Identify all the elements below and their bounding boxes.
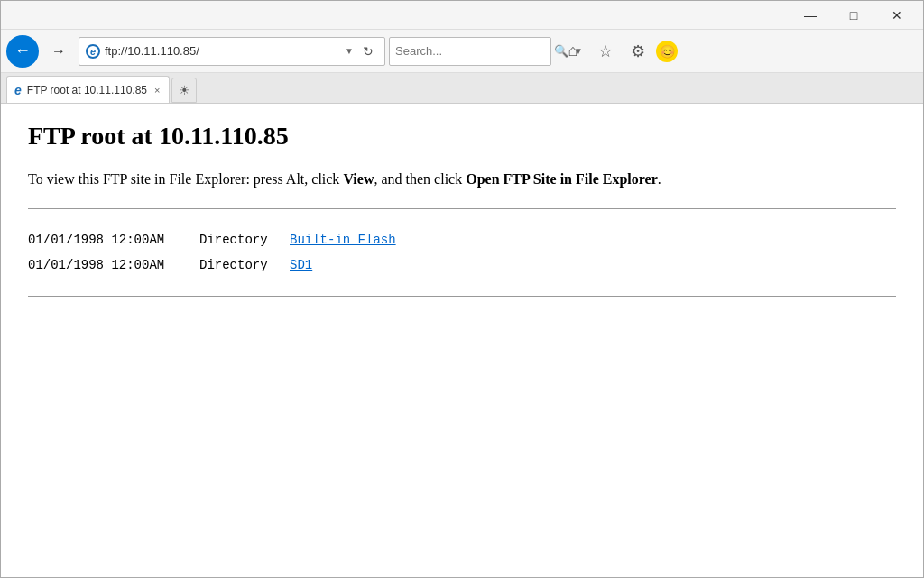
close-button[interactable]: ✕ [876,2,918,29]
forward-button[interactable]: → [42,35,75,68]
ftp-type-1: Directory [199,227,290,252]
back-button[interactable]: ← [6,35,39,68]
address-dropdown-icon[interactable]: ▼ [345,46,354,56]
new-tab-icon: ☀ [179,83,190,97]
smiley-icon: 😊 [656,41,678,62]
gear-icon: ⚙ [631,41,645,61]
search-bar[interactable]: 🔍 ▼ [389,37,551,66]
settings-button[interactable]: ⚙ [624,37,652,66]
ftp-link-sd1[interactable]: SD1 [290,252,312,278]
active-tab[interactable]: e FTP root at 10.11.110.85 × [6,76,170,103]
ftp-type-2: Directory [199,252,290,278]
ie-logo-icon: e [85,43,101,60]
description-text-1: To view this FTP site in File Explorer: … [28,171,343,187]
tab-close-button[interactable]: × [152,83,162,97]
address-text: ftp://10.11.110.85/ [105,44,341,58]
description-bold-view: View [343,171,374,187]
title-bar: — □ ✕ [1,1,923,30]
table-row: 01/01/1998 12:00AM Directory Built-in Fl… [28,227,896,252]
ftp-link-builtin-flash[interactable]: Built-in Flash [290,227,396,252]
table-row: 01/01/1998 12:00AM Directory SD1 [28,252,896,278]
home-icon: ⌂ [568,41,578,60]
tab-label: FTP root at 10.11.110.85 [27,84,147,96]
tab-ie-icon: e [14,83,22,97]
address-bar[interactable]: e ftp://10.11.110.85/ ▼ ↻ [79,37,385,66]
page-description: To view this FTP site in File Explorer: … [28,169,896,190]
page-content: FTP root at 10.11.110.85 To view this FT… [1,104,923,577]
description-text-3: . [658,171,661,187]
maximize-button[interactable]: □ [833,2,874,29]
favorites-button[interactable]: ☆ [591,37,620,66]
bottom-divider [28,296,896,297]
nav-bar: ← → e ftp://10.11.110.85/ ▼ ↻ 🔍 ▼ ⌂ [1,30,923,73]
description-bold-open: Open FTP Site in File Explorer [466,171,658,187]
ftp-date-1: 01/01/1998 12:00AM [28,227,199,252]
ftp-listing: 01/01/1998 12:00AM Directory Built-in Fl… [28,218,896,287]
home-button[interactable]: ⌂ [559,37,587,66]
refresh-button[interactable]: ↻ [357,41,379,62]
ftp-date-2: 01/01/1998 12:00AM [28,252,199,278]
browser-window: — □ ✕ ← → e ftp://10.11.110.85/ ▼ ↻ 🔍 ▼ [0,0,924,578]
page-title: FTP root at 10.11.110.85 [28,122,896,151]
window-controls: — □ ✕ [790,2,918,29]
top-divider [28,208,896,209]
right-icons: ⌂ ☆ ⚙ 😊 [559,37,678,66]
search-input[interactable] [395,44,547,58]
new-tab-button[interactable]: ☀ [171,78,197,103]
tab-bar: e FTP root at 10.11.110.85 × ☀ [1,73,923,104]
minimize-button[interactable]: — [790,2,831,29]
star-icon: ☆ [598,41,613,61]
description-text-2: , and then click [374,171,466,187]
